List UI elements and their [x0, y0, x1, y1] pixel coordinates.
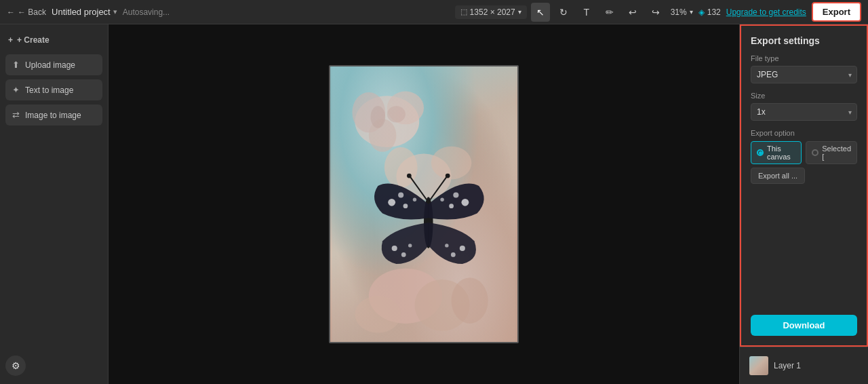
- project-dropdown-icon: ▾: [113, 7, 117, 16]
- export-all-label: Export all ...: [758, 172, 797, 180]
- credits-count-label: 132: [707, 7, 721, 17]
- select-tool-button[interactable]: ↖: [531, 3, 550, 22]
- sidebar-item-text-to-image[interactable]: ✦ Text to image: [5, 79, 102, 100]
- undo-icon: ↩: [629, 7, 637, 18]
- upload-image-label: Upload image: [25, 60, 75, 70]
- project-name-button[interactable]: Untitled project ▾: [52, 7, 117, 17]
- svg-point-15: [388, 199, 395, 206]
- autosaving-status: Autosaving...: [123, 7, 170, 17]
- svg-point-13: [452, 277, 488, 324]
- canvas-image-content: [330, 66, 517, 342]
- download-button[interactable]: Download: [751, 315, 857, 336]
- zoom-dropdown-icon: ▾: [690, 8, 693, 16]
- layer-thumbnail: [749, 356, 768, 375]
- file-type-field: File type JPEG PNG WEBP PDF ▾: [751, 54, 857, 83]
- svg-point-17: [403, 204, 408, 208]
- rotate-tool-button[interactable]: ↻: [554, 3, 573, 22]
- this-canvas-radio-dot-inner: [759, 151, 762, 155]
- topbar-right: 31% ▾ ◈ 132 Upgrade to get credits Expor…: [671, 2, 861, 22]
- credits-icon: ◈: [698, 7, 705, 17]
- create-text: + Create: [17, 35, 50, 45]
- svg-point-12: [355, 296, 401, 332]
- upgrade-button[interactable]: Upgrade to get credits: [726, 7, 806, 17]
- zoom-level-label: 31%: [671, 7, 687, 17]
- svg-point-28: [445, 244, 448, 247]
- text-tool-button[interactable]: T: [577, 3, 596, 22]
- this-canvas-radio-button[interactable]: This canvas: [751, 141, 802, 164]
- image-to-image-label: Image to image: [25, 111, 81, 120]
- rotate-icon: ↻: [559, 7, 568, 18]
- sidebar-bottom: ⚙: [5, 356, 102, 376]
- canvas-size-button[interactable]: ⬚ 1352 × 2027 ▾: [455, 5, 527, 19]
- export-option-section: Export option This canvas Selected [: [751, 129, 857, 184]
- export-settings-panel: Export settings File type JPEG PNG WEBP …: [740, 24, 868, 347]
- pen-icon: ✏: [606, 7, 614, 18]
- redo-button[interactable]: ↪: [646, 3, 665, 22]
- size-select-wrapper[interactable]: 0.5x 1x 2x 4x ▾: [751, 103, 857, 121]
- export-button[interactable]: Export: [812, 2, 861, 22]
- export-radio-group: This canvas Selected [ Export all ...: [751, 141, 857, 184]
- svg-point-27: [451, 252, 456, 257]
- canvas-butterfly-svg: [330, 66, 517, 342]
- select-icon: ↖: [536, 7, 545, 18]
- back-icon: ←: [7, 7, 15, 17]
- main-layout: + + Create ⬆ Upload image ✦ Text to imag…: [0, 24, 868, 384]
- size-select[interactable]: 0.5x 1x 2x 4x: [751, 103, 857, 121]
- upload-icon: ⬆: [12, 60, 20, 70]
- svg-point-16: [398, 192, 403, 197]
- layer-item[interactable]: Layer 1: [745, 353, 863, 379]
- create-label: + + Create: [5, 33, 102, 50]
- file-type-select-wrapper[interactable]: JPEG PNG WEBP PDF ▾: [751, 66, 857, 83]
- credits-button[interactable]: ◈ 132: [698, 7, 721, 17]
- zoom-button[interactable]: 31% ▾: [671, 7, 693, 17]
- sidebar-item-image-to-image[interactable]: ⇄ Image to image: [5, 104, 102, 126]
- back-label: ← Back: [18, 7, 46, 17]
- size-field: Size 0.5x 1x 2x 4x ▾: [751, 92, 857, 121]
- left-sidebar: + + Create ⬆ Upload image ✦ Text to imag…: [0, 24, 108, 384]
- svg-point-8: [431, 147, 472, 180]
- svg-point-18: [413, 198, 416, 201]
- project-name-label: Untitled project: [52, 7, 111, 17]
- file-type-select[interactable]: JPEG PNG WEBP PDF: [751, 66, 857, 83]
- gear-icon: ⚙: [12, 360, 20, 371]
- topbar: ← ← Back Untitled project ▾ Autosaving..…: [0, 0, 868, 24]
- layer-panel: Layer 1: [740, 347, 868, 384]
- svg-point-32: [446, 174, 450, 178]
- layer-name-label: Layer 1: [774, 361, 801, 370]
- canvas-size-dropdown-icon: ▾: [518, 8, 521, 16]
- canvas-area[interactable]: [108, 24, 739, 384]
- undo-button[interactable]: ↩: [623, 3, 642, 22]
- size-label: Size: [751, 92, 857, 100]
- svg-point-22: [440, 198, 443, 201]
- canvas-size-icon: ⬚: [460, 7, 467, 16]
- svg-point-31: [407, 174, 412, 178]
- topbar-center: ⬚ 1352 × 2027 ▾ ↖ ↻ T ✏ ↩ ↪: [455, 3, 665, 22]
- file-type-label: File type: [751, 54, 857, 62]
- svg-point-21: [449, 204, 454, 208]
- convert-icon: ⇄: [12, 110, 20, 120]
- canvas-size-label: 1352 × 2027: [470, 7, 515, 17]
- canvas-image-container: [329, 65, 519, 343]
- this-canvas-radio-dot: [757, 149, 764, 156]
- export-settings-title: Export settings: [751, 35, 857, 46]
- create-plus-icon: +: [8, 35, 13, 45]
- export-radio-row-2: Export all ...: [751, 168, 857, 184]
- export-all-button[interactable]: Export all ...: [751, 168, 805, 184]
- topbar-left: ← ← Back Untitled project ▾ Autosaving..…: [7, 7, 450, 17]
- svg-point-20: [453, 192, 458, 197]
- export-radio-row-1: This canvas Selected [: [751, 141, 857, 164]
- text-to-image-label: Text to image: [25, 85, 73, 95]
- sparkle-icon: ✦: [12, 85, 20, 95]
- text-icon: T: [583, 7, 589, 18]
- svg-point-24: [401, 252, 406, 257]
- back-button[interactable]: ← ← Back: [7, 7, 46, 17]
- settings-button[interactable]: ⚙: [5, 356, 26, 376]
- svg-point-23: [392, 246, 397, 251]
- selected-radio-button[interactable]: Selected [: [806, 141, 857, 164]
- pen-tool-button[interactable]: ✏: [600, 3, 619, 22]
- right-panel: Export settings File type JPEG PNG WEBP …: [739, 24, 868, 384]
- svg-point-9: [384, 147, 418, 188]
- sidebar-item-upload-image[interactable]: ⬆ Upload image: [5, 54, 102, 75]
- selected-label: Selected [: [822, 145, 851, 161]
- export-option-label: Export option: [751, 129, 857, 137]
